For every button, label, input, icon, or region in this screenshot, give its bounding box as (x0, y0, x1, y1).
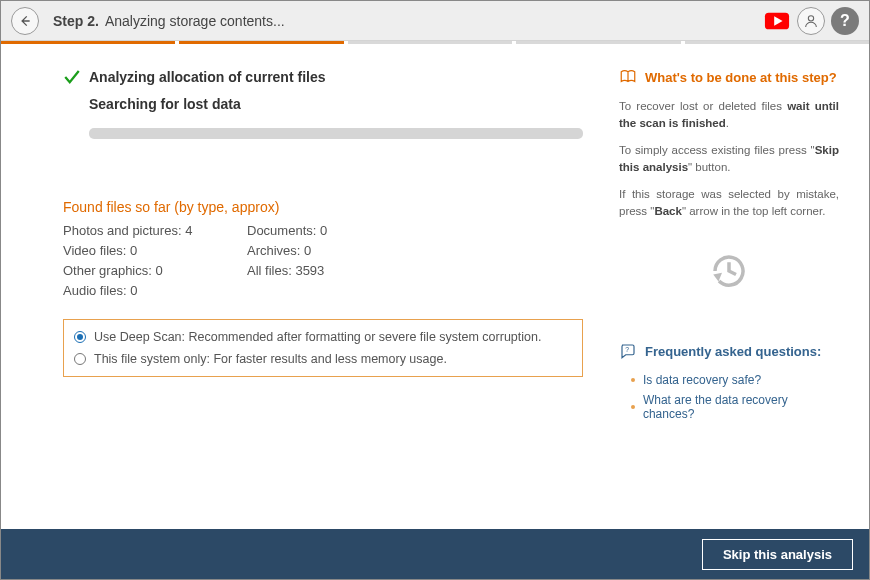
help-p1: To recover lost or deleted files wait un… (619, 98, 839, 132)
scan-mode-group: Use Deep Scan: Recommended after formatt… (63, 319, 583, 377)
user-icon (803, 13, 819, 29)
help-panel: What's to be done at this step? To recov… (609, 44, 853, 529)
option-fs-only-label: This file system only: For faster result… (94, 352, 447, 366)
footer-bar: Skip this analysis (1, 529, 869, 579)
step-number: Step 2. (53, 13, 99, 29)
count-graphics: Other graphics: 0 (63, 261, 247, 281)
youtube-icon (764, 11, 790, 31)
step-subtitle: Analyzing storage contents... (105, 13, 285, 29)
help-title: What's to be done at this step? (645, 70, 837, 85)
option-fs-only[interactable]: This file system only: For faster result… (74, 348, 572, 370)
question-mark-icon: ? (840, 12, 850, 30)
svg-text:?: ? (625, 346, 629, 353)
page-title: Step 2.Analyzing storage contents... (53, 13, 285, 29)
scan-progress-indeterminate (89, 128, 583, 139)
account-button[interactable] (797, 7, 825, 35)
status-in-progress: Searching for lost data (89, 96, 609, 112)
svg-point-1 (808, 15, 813, 20)
found-heading: Found files so far (by type, approx) (63, 199, 609, 215)
count-video: Video files: 0 (63, 241, 247, 261)
skip-analysis-button[interactable]: Skip this analysis (702, 539, 853, 570)
count-all: All files: 3593 (247, 261, 431, 281)
history-clock-icon (708, 250, 750, 292)
count-archives: Archives: 0 (247, 241, 431, 261)
main-panel: Analyzing allocation of current files Se… (1, 44, 609, 529)
faq-heading: ? Frequently asked questions: (619, 342, 839, 360)
chat-question-icon: ? (619, 342, 637, 360)
count-photos: Photos and pictures: 4 (63, 221, 247, 241)
radio-icon (74, 353, 86, 365)
option-deep-scan-label: Use Deep Scan: Recommended after formatt… (94, 330, 541, 344)
option-deep-scan[interactable]: Use Deep Scan: Recommended after formatt… (74, 326, 572, 348)
found-col-2: Documents: 0 Archives: 0 All files: 3593 (247, 221, 431, 301)
status-completed: Analyzing allocation of current files (63, 68, 609, 86)
arrow-left-icon (18, 14, 32, 28)
found-col-1: Photos and pictures: 4 Video files: 0 Ot… (63, 221, 247, 301)
back-button[interactable] (11, 7, 39, 35)
check-icon (63, 68, 81, 86)
faq-link-chances[interactable]: What are the data recovery chances? (631, 390, 839, 424)
faq-title: Frequently asked questions: (645, 344, 821, 359)
youtube-button[interactable] (763, 7, 791, 35)
found-table: Photos and pictures: 4 Video files: 0 Ot… (63, 221, 609, 301)
help-p2: To simply access existing files press "S… (619, 142, 839, 176)
help-p3: If this storage was selected by mistake,… (619, 186, 839, 220)
count-audio: Audio files: 0 (63, 281, 247, 301)
count-documents: Documents: 0 (247, 221, 431, 241)
header-bar: Step 2.Analyzing storage contents... ? (1, 1, 869, 41)
status-completed-label: Analyzing allocation of current files (89, 69, 325, 85)
faq-link-safety[interactable]: Is data recovery safe? (631, 370, 839, 390)
help-heading: What's to be done at this step? (619, 68, 839, 86)
book-icon (619, 68, 637, 86)
help-button[interactable]: ? (831, 7, 859, 35)
radio-icon (74, 331, 86, 343)
waiting-indicator (619, 230, 839, 342)
